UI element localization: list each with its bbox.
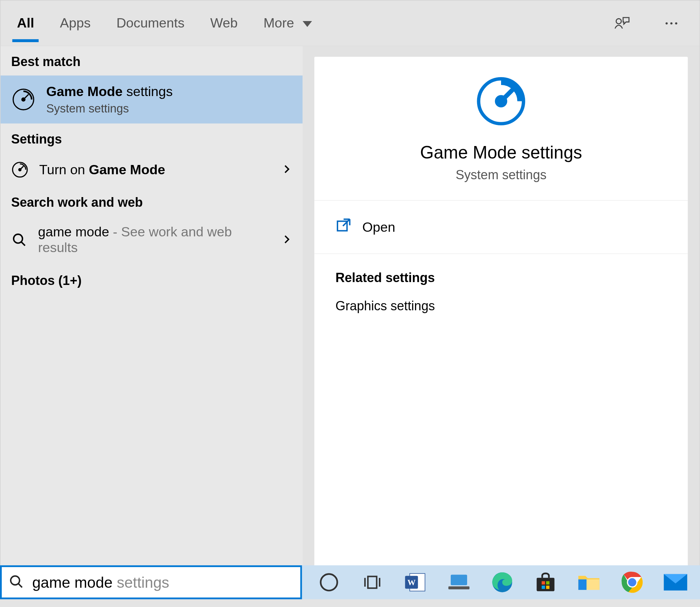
svg-rect-34 [578, 580, 586, 590]
best-match-subtitle: System settings [46, 102, 172, 115]
file-explorer-icon[interactable] [576, 570, 602, 595]
chevron-right-icon [281, 164, 292, 176]
laptop-app-icon[interactable] [446, 570, 472, 595]
svg-text:W: W [408, 578, 416, 587]
options-icon[interactable] [655, 15, 688, 31]
settings-result-game-mode[interactable]: Turn on Game Mode [1, 153, 303, 187]
svg-point-18 [321, 574, 337, 591]
search-results-panel: All Apps Documents Web More Best match [0, 0, 700, 597]
svg-rect-25 [451, 575, 467, 585]
web-query: game mode [38, 224, 109, 240]
svg-rect-19 [368, 576, 377, 588]
open-icon [335, 217, 352, 237]
svg-rect-31 [542, 586, 545, 589]
search-input[interactable]: game mode settings [0, 565, 302, 599]
svg-line-9 [20, 166, 24, 170]
related-settings: Related settings Graphics settings [314, 254, 688, 330]
cortana-icon[interactable] [316, 570, 342, 595]
gauge-icon [474, 74, 528, 130]
chevron-down-icon [302, 21, 312, 27]
settings-header: Settings [1, 124, 303, 153]
tabs-bar: All Apps Documents Web More [1, 1, 700, 46]
chevron-right-icon [281, 234, 292, 246]
preview-hero: Game Mode settings System settings [314, 57, 688, 201]
graphics-settings-link[interactable]: Graphics settings [335, 299, 667, 314]
preview-title: Game Mode settings [420, 143, 582, 163]
best-match-title-bold: Game Mode [46, 84, 122, 99]
taskbar: W [302, 565, 700, 599]
open-label: Open [362, 219, 395, 235]
svg-point-1 [665, 22, 668, 24]
tab-more-label: More [264, 15, 294, 31]
photos-header[interactable]: Photos (1+) [1, 264, 303, 298]
best-match-result[interactable]: Game Mode settings System settings [1, 75, 303, 123]
open-action[interactable]: Open [314, 201, 688, 254]
content-area: Best match Game Mode settings System set… [1, 46, 700, 596]
tab-documents[interactable]: Documents [112, 5, 189, 41]
svg-rect-26 [448, 586, 469, 589]
svg-line-11 [21, 242, 25, 246]
svg-rect-28 [537, 578, 555, 591]
svg-rect-29 [542, 581, 545, 585]
preview-subtitle: System settings [456, 167, 547, 183]
best-match-text: Game Mode settings System settings [46, 84, 172, 115]
settings-item-bold: Game Mode [89, 162, 165, 177]
gauge-icon [11, 87, 36, 112]
svg-point-10 [14, 234, 22, 243]
svg-point-0 [616, 18, 621, 23]
tab-all[interactable]: All [12, 5, 39, 41]
preview-card: Game Mode settings System settings Open … [314, 57, 688, 586]
task-view-icon[interactable] [359, 570, 385, 595]
tab-apps[interactable]: Apps [55, 5, 95, 41]
chrome-icon[interactable] [619, 570, 645, 595]
search-icon [11, 232, 28, 248]
settings-item-prefix: Turn on [39, 162, 89, 177]
svg-line-14 [501, 89, 514, 101]
search-suggestion: settings [112, 573, 169, 591]
svg-rect-32 [546, 586, 549, 589]
best-match-header: Best match [1, 46, 303, 75]
mail-icon[interactable] [662, 570, 688, 595]
related-header: Related settings [335, 270, 667, 286]
feedback-icon[interactable] [605, 14, 639, 32]
edge-icon[interactable] [489, 570, 515, 595]
tab-more[interactable]: More [259, 5, 317, 41]
web-search-result[interactable]: game mode - See work and web results [1, 216, 303, 264]
best-match-title-rest: settings [122, 84, 172, 99]
tab-web[interactable]: Web [206, 5, 242, 41]
svg-point-2 [670, 22, 672, 24]
svg-point-3 [675, 22, 677, 24]
search-work-web-header: Search work and web [1, 187, 303, 216]
svg-rect-30 [546, 581, 549, 585]
gauge-icon [11, 161, 29, 179]
search-text: game mode settings [32, 573, 169, 591]
word-icon[interactable]: W [403, 570, 429, 595]
search-icon [9, 574, 24, 591]
store-icon[interactable] [532, 570, 558, 595]
results-list: Best match Game Mode settings System set… [1, 46, 303, 596]
svg-line-17 [18, 583, 22, 587]
svg-point-16 [11, 576, 20, 585]
search-typed: game mode [32, 573, 112, 591]
preview-pane: Game Mode settings System settings Open … [302, 46, 699, 596]
svg-line-6 [24, 94, 29, 99]
